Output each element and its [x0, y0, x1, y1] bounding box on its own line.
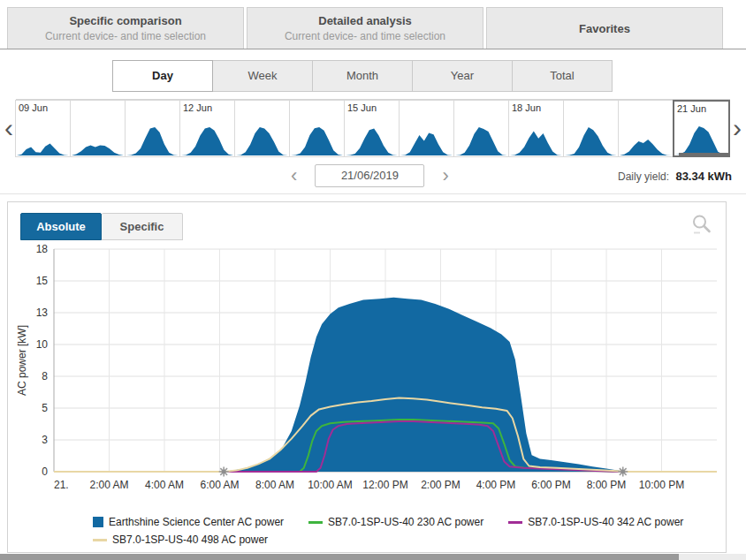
thumbnail-strip: 09 Jun12 Jun15 Jun18 Jun21 Jun	[16, 99, 730, 157]
page-hscrollbar[interactable]	[0, 554, 746, 560]
day-thumbnail[interactable]: 18 Jun	[508, 100, 564, 157]
day-thumbnail[interactable]	[70, 100, 126, 157]
tab-title: Detailed analysis	[318, 14, 412, 27]
date-navigation: ‹ 21/06/2019 › Daily yield: 83.34 kWh	[0, 157, 746, 194]
thumbnail-date-label: 09 Jun	[19, 102, 48, 113]
sun-marker-icon	[618, 467, 628, 477]
svg-text:15: 15	[36, 275, 49, 287]
tab-title: Specific comparison	[69, 14, 181, 27]
next-day-icon[interactable]: ›	[442, 165, 448, 186]
svg-text:13: 13	[36, 306, 49, 319]
svg-text:21.: 21.	[54, 479, 69, 491]
solar-monitoring-page: Specific comparison Current device- and …	[0, 0, 746, 553]
day-thumbnail[interactable]	[234, 100, 290, 157]
thumbnail-sparkline	[126, 122, 179, 155]
main-nav: Specific comparison Current device- and …	[0, 0, 746, 49]
thumbnail-date-label: 12 Jun	[183, 102, 212, 113]
tab-month[interactable]: Month	[312, 60, 413, 92]
svg-text:8:00 AM: 8:00 AM	[255, 479, 294, 491]
legend-label: Earthshine Science Center AC power	[109, 516, 284, 528]
day-thumbnail[interactable]	[618, 100, 674, 157]
page-hscrollbar-thumb[interactable]	[0, 554, 679, 560]
thumbnail-sparkline	[510, 122, 562, 155]
tab-detailed-analysis[interactable]: Detailed analysis Current device- and ti…	[247, 7, 483, 49]
svg-text:5: 5	[42, 402, 48, 414]
day-thumbnail[interactable]: 09 Jun	[15, 100, 71, 157]
daily-yield-label: Daily yield:	[618, 170, 669, 182]
chart-legend: Earthshine Science Center AC powerSB7.0-…	[93, 516, 726, 546]
legend-item: SB7.0-1SP-US-40 230 AC power	[308, 516, 483, 528]
daily-yield-value: 83.34 kWh	[675, 169, 732, 182]
svg-text:0: 0	[42, 465, 48, 478]
tab-favorites[interactable]: Favorites	[486, 7, 723, 49]
carousel-next-icon[interactable]: ›	[730, 102, 744, 155]
prev-day-icon[interactable]: ‹	[291, 165, 297, 186]
svg-text:8: 8	[42, 370, 48, 382]
tab-day[interactable]: Day	[112, 60, 213, 92]
day-thumbnail[interactable]	[125, 100, 180, 157]
tab-subtitle: Current device- and time selection	[285, 30, 445, 42]
daily-yield: Daily yield: 83.34 kWh	[618, 169, 732, 182]
tab-year[interactable]: Year	[412, 60, 513, 92]
legend-label: SB7.0-1SP-US-40 498 AC power	[112, 534, 268, 546]
date-input[interactable]: 21/06/2019	[315, 164, 424, 187]
svg-text:4:00 PM: 4:00 PM	[476, 479, 516, 491]
svg-text:2:00 AM: 2:00 AM	[89, 479, 128, 491]
thumbnail-sparkline	[620, 122, 672, 155]
legend-line-icon	[93, 539, 107, 541]
carousel-prev-icon[interactable]: ‹	[2, 102, 16, 155]
ac-power-chart: 03581013151821.2:00 AM4:00 AM6:00 AM8:00…	[8, 240, 726, 514]
specific-button[interactable]: Specific	[102, 213, 183, 240]
svg-text:6:00 PM: 6:00 PM	[531, 479, 571, 491]
legend-item: SB7.0-1SP-US-40 342 AC power	[508, 516, 683, 528]
thumbnail-sparkline	[181, 122, 233, 155]
chart-toolbar: Absolute Specific	[8, 202, 726, 240]
thumbnail-sparkline	[565, 122, 617, 155]
svg-text:2:00 PM: 2:00 PM	[421, 479, 461, 491]
thumbnail-sparkline	[455, 122, 507, 155]
svg-text:3: 3	[42, 434, 48, 446]
day-carousel: ‹ 09 Jun12 Jun15 Jun18 Jun21 Jun ›	[2, 99, 744, 157]
svg-text:AC power [kW]: AC power [kW]	[16, 325, 28, 396]
tab-subtitle: Current device- and time selection	[45, 30, 206, 42]
legend-item: SB7.0-1SP-US-40 498 AC power	[93, 534, 268, 546]
thumbnail-sparkline	[400, 122, 453, 155]
day-thumbnail[interactable]	[399, 100, 454, 157]
day-thumbnail[interactable]: 12 Jun	[179, 100, 235, 157]
thumbnail-sparkline	[17, 122, 69, 155]
carousel-scrollbar[interactable]	[679, 153, 730, 157]
thumbnail-date-label: 21 Jun	[677, 103, 706, 114]
legend-label: SB7.0-1SP-US-40 342 AC power	[528, 516, 683, 528]
thumbnail-sparkline	[236, 122, 288, 155]
chart-panel: Absolute Specific 03581013151821.2:00 AM…	[7, 201, 727, 553]
svg-text:12:00 PM: 12:00 PM	[362, 479, 407, 491]
tab-title: Favorites	[579, 22, 630, 35]
thumbnail-date-label: 18 Jun	[512, 102, 541, 113]
tab-week[interactable]: Week	[212, 60, 313, 92]
absolute-button[interactable]: Absolute	[20, 213, 102, 240]
svg-text:10:00 PM: 10:00 PM	[639, 479, 684, 491]
day-thumbnail[interactable]	[453, 100, 509, 157]
svg-text:10:00 AM: 10:00 AM	[308, 479, 353, 491]
legend-item: Earthshine Science Center AC power	[93, 516, 284, 528]
tab-specific-comparison[interactable]: Specific comparison Current device- and …	[7, 7, 244, 49]
svg-text:8:00 PM: 8:00 PM	[587, 479, 627, 491]
thumbnail-date-label: 15 Jun	[347, 102, 377, 113]
svg-text:10: 10	[36, 338, 49, 351]
zoom-icon[interactable]	[690, 213, 713, 236]
day-thumbnail[interactable]: 21 Jun	[673, 100, 730, 157]
thumbnail-sparkline	[291, 122, 343, 155]
day-thumbnail[interactable]: 15 Jun	[344, 100, 400, 157]
tab-total[interactable]: Total	[512, 60, 613, 92]
thumbnail-sparkline	[72, 122, 124, 155]
thumbnail-sparkline	[346, 122, 398, 155]
scale-toggle: Absolute Specific	[20, 213, 183, 240]
day-thumbnail[interactable]	[563, 100, 619, 157]
day-thumbnail[interactable]	[289, 100, 345, 157]
legend-label: SB7.0-1SP-US-40 230 AC power	[328, 516, 483, 528]
svg-text:18: 18	[36, 243, 49, 255]
sun-marker-icon	[219, 467, 229, 477]
legend-line-icon	[308, 521, 323, 524]
svg-text:6:00 AM: 6:00 AM	[200, 479, 239, 491]
period-tabs: Day Week Month Year Total	[0, 49, 746, 92]
